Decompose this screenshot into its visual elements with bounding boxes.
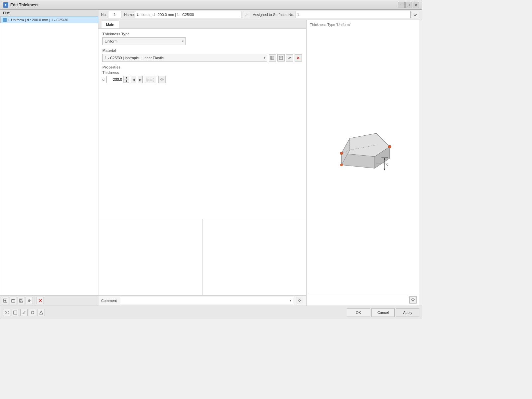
svg-point-26 <box>299 300 301 302</box>
material-new-button[interactable] <box>277 54 285 62</box>
svg-rect-53 <box>14 311 17 314</box>
svg-point-8 <box>29 300 30 301</box>
thickness-next-button[interactable]: ▶ <box>138 76 143 83</box>
material-label: Material <box>102 49 302 53</box>
thickness-type-dropdown-container: Uniform Variable Layers ▼ <box>102 37 186 45</box>
preview-title: Thickness Type 'Uniform' <box>307 20 419 29</box>
d-label: d <box>102 77 104 81</box>
form-panel: Main Thickness Type Uniform Variable Lay… <box>98 20 306 306</box>
list-item-swatch <box>3 18 7 22</box>
svg-point-36 <box>388 145 391 148</box>
no-field-group: No. <box>101 11 121 18</box>
thickness-input[interactable] <box>107 77 123 82</box>
list-toolbar <box>0 295 98 306</box>
window-icon: ■ <box>3 2 8 8</box>
thickness-type-label: Thickness Type <box>102 32 302 36</box>
list-content: 1 Uniform | d : 200.0 mm | 1 - C25/30 <box>0 17 98 295</box>
new-item-button[interactable] <box>2 297 9 304</box>
right-panel: No. Name Assigned to Surfaces No. <box>98 10 422 306</box>
minimize-button[interactable]: ─ <box>398 2 405 8</box>
material-row: 1 - C25/30 | Isotropic | Linear Elastic … <box>102 54 302 62</box>
comment-input-container: ▼ <box>120 297 293 304</box>
comment-row: Comment ▼ <box>98 295 306 306</box>
preview-content: d <box>307 29 419 294</box>
material-delete-button[interactable] <box>295 54 302 62</box>
name-edit-button[interactable] <box>243 11 250 18</box>
name-field-group: Name <box>124 11 250 18</box>
tab-bar: Main <box>98 20 306 29</box>
thickness-unit: [mm] <box>145 76 156 83</box>
material-select[interactable]: 1 - C25/30 | Isotropic | Linear Elastic <box>102 54 267 62</box>
svg-rect-6 <box>20 301 22 302</box>
settings-button[interactable] <box>26 297 33 304</box>
form-content: Thickness Type Uniform Variable Layers ▼ <box>98 29 306 219</box>
thickness-prev-button[interactable]: ◀ <box>131 76 136 83</box>
spinner-down[interactable]: ▼ <box>124 79 129 83</box>
svg-marker-57 <box>40 311 43 314</box>
list-item[interactable]: 1 Uniform | d : 200.0 mm | 1 - C25/30 <box>0 17 98 23</box>
thickness-sub-label: Thickness <box>102 70 302 74</box>
edit-thickness-window: ■ Edit Thickness ─ □ ✕ List 1 Uniform | … <box>0 0 422 319</box>
bottom-tool-2[interactable] <box>12 309 19 316</box>
bottom-tool-3[interactable] <box>20 309 28 316</box>
assigned-edit-button[interactable] <box>412 11 419 18</box>
bottom-tool-4[interactable] <box>29 309 36 316</box>
assigned-label: Assigned to Surfaces No. <box>253 13 294 17</box>
name-input[interactable] <box>135 11 241 18</box>
svg-point-37 <box>340 164 342 166</box>
bottom-bar: 0.0 OK Cancel Apply <box>0 306 422 319</box>
svg-text:d: d <box>386 162 388 166</box>
svg-line-54 <box>23 311 25 314</box>
name-label: Name <box>124 13 134 17</box>
window-title: Edit Thickness <box>10 3 398 7</box>
properties-label: Properties <box>102 65 302 69</box>
main-content: List 1 Uniform | d : 200.0 mm | 1 - C25/… <box>0 10 422 306</box>
sub-panel-right <box>202 219 306 295</box>
no-label: No. <box>101 13 107 17</box>
dialog-buttons: OK Cancel Apply <box>347 308 419 317</box>
thickness-type-select[interactable]: Uniform Variable Layers <box>102 37 186 45</box>
list-header: List <box>0 10 98 17</box>
tab-main[interactable]: Main <box>101 21 119 28</box>
list-panel: List 1 Uniform | d : 200.0 mm | 1 - C25/… <box>0 10 98 306</box>
svg-point-56 <box>31 311 34 314</box>
title-bar-buttons: ─ □ ✕ <box>398 2 419 8</box>
bottom-toolbar: 0.0 <box>3 309 45 316</box>
properties-section: Properties Thickness d ▲ ▼ <box>102 65 302 83</box>
spinner-arrows: ▲ ▼ <box>123 76 129 83</box>
comment-settings-button[interactable] <box>296 297 303 304</box>
material-table-button[interactable] <box>269 54 276 62</box>
preview-comment-area <box>307 294 419 306</box>
assigned-input[interactable] <box>296 11 411 18</box>
delete-button[interactable] <box>37 297 44 304</box>
sub-panel-left <box>98 219 202 295</box>
comment-label: Comment <box>101 299 117 303</box>
thickness-spinner: ▲ ▼ <box>106 76 129 83</box>
thickness-settings-button[interactable] <box>158 76 166 83</box>
center-panel: Main Thickness Type Uniform Variable Lay… <box>98 20 422 306</box>
apply-button[interactable]: Apply <box>396 308 419 317</box>
list-item-text: 1 Uniform | d : 200.0 mm | 1 - C25/30 <box>8 18 68 22</box>
comment-select[interactable] <box>120 297 293 304</box>
svg-point-47 <box>412 299 414 301</box>
svg-marker-43 <box>384 169 385 171</box>
bottom-tool-5[interactable] <box>38 309 45 316</box>
preview-settings-button[interactable] <box>409 296 417 304</box>
bottom-tool-1[interactable]: 0.0 <box>3 309 10 316</box>
spinner-up[interactable]: ▲ <box>124 76 129 79</box>
thickness-row: d ▲ ▼ ◀ ▶ [mm] <box>102 76 302 83</box>
maximize-button[interactable]: □ <box>405 2 412 8</box>
svg-rect-12 <box>271 56 274 60</box>
svg-rect-5 <box>20 299 22 300</box>
svg-text:0.0: 0.0 <box>5 311 9 315</box>
ok-button[interactable]: OK <box>347 308 370 317</box>
open-button[interactable] <box>10 297 17 304</box>
preview-panel: Thickness Type 'Uniform' <box>306 20 419 306</box>
no-input[interactable] <box>108 11 121 18</box>
close-button[interactable]: ✕ <box>413 2 419 8</box>
material-select-container: 1 - C25/30 | Isotropic | Linear Elastic … <box>102 54 267 62</box>
preview-shape-svg: d <box>323 128 403 195</box>
material-edit-button[interactable] <box>286 54 293 62</box>
cancel-button[interactable]: Cancel <box>371 308 395 317</box>
save-button[interactable] <box>18 297 25 304</box>
